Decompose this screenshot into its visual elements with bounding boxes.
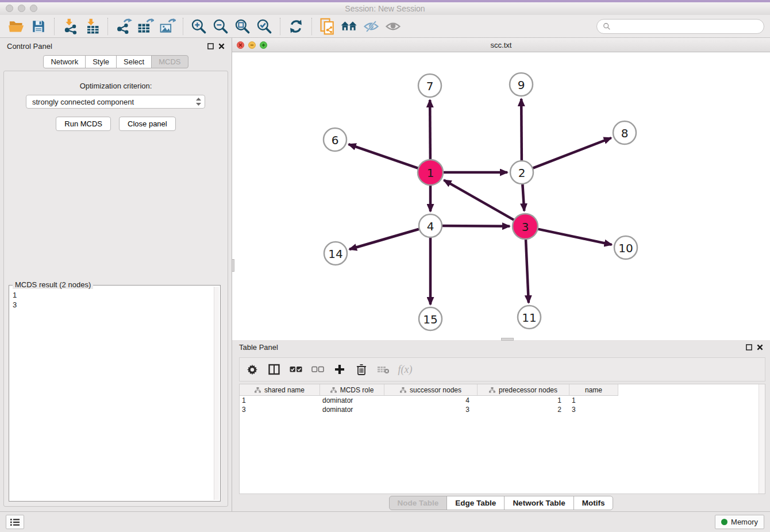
import-network-button[interactable] (59, 17, 81, 36)
eye-slash-icon (363, 19, 380, 34)
table-panel-header: Table Panel (232, 339, 770, 355)
maximize-window-button[interactable] (30, 5, 37, 12)
close-panel-icon[interactable] (218, 43, 225, 49)
export-table-button[interactable] (134, 17, 156, 36)
search-input[interactable] (614, 22, 758, 30)
graph-edge-3-10[interactable] (537, 229, 612, 245)
table-panel: Table Panel (232, 339, 770, 511)
bottom-splitter-handle[interactable] (501, 338, 514, 341)
show-panels-button[interactable] (382, 17, 404, 36)
zoom-out-button[interactable] (210, 17, 232, 36)
zoom-selected-button[interactable] (253, 17, 275, 36)
graph-edge-3-11[interactable] (526, 238, 529, 303)
memory-label: Memory (731, 518, 758, 526)
network-minimize-button[interactable] (248, 41, 256, 49)
graph-edge-2-9[interactable] (521, 99, 522, 162)
network-close-button[interactable] (237, 41, 244, 49)
memory-button[interactable]: Memory (715, 515, 764, 529)
close-panel-icon[interactable] (757, 344, 763, 350)
table-row[interactable]: 3dominator323 (240, 405, 765, 414)
column-header[interactable]: name (569, 384, 618, 396)
column-header-label: successor nodes (410, 386, 461, 394)
import-table-icon (83, 18, 101, 35)
graph-edge-1-6[interactable] (349, 144, 419, 168)
import-table-button[interactable] (81, 17, 103, 36)
table-header-row: shared nameMCDS rolesuccessor nodesprede… (240, 384, 765, 396)
hide-panels-button[interactable] (360, 17, 382, 36)
new-network-from-selection-button[interactable] (113, 17, 134, 36)
tab-network[interactable]: Network (43, 55, 86, 68)
application-window: Session: New Session (0, 0, 770, 532)
graph-edge-4-3[interactable] (441, 226, 510, 226)
column-header[interactable]: MCDS role (320, 384, 384, 396)
column-header[interactable]: shared name (240, 384, 320, 396)
control-panel: Control Panel Network Style Select MCDS … (0, 38, 232, 511)
save-session-button[interactable] (28, 17, 49, 36)
minus-glyph-icon (250, 43, 254, 47)
zoom-fit-button[interactable] (232, 17, 253, 36)
network-graph[interactable]: 7968124314101511 (232, 52, 769, 338)
result-scrollbar[interactable] (214, 287, 219, 500)
mcds-result-list: 13 (13, 290, 213, 500)
window-titlebar: Session: New Session (0, 2, 770, 15)
column-type-icon (489, 387, 495, 393)
toolbar-separator (107, 18, 108, 35)
graph-edge-4-14[interactable] (349, 229, 421, 249)
network-canvas[interactable]: 7968124314101511 (232, 52, 770, 340)
graph-node-label: 10 (618, 241, 633, 255)
open-folder-icon (8, 19, 25, 34)
minimize-window-button[interactable] (18, 5, 25, 12)
graph-edge-2-3[interactable] (522, 183, 524, 211)
table-row[interactable]: 1dominator411 (240, 396, 765, 405)
export-image-button[interactable] (156, 17, 178, 36)
graph-edge-1-7[interactable] (430, 100, 430, 161)
panel-splitter-handle[interactable] (232, 259, 234, 272)
column-view-button[interactable] (267, 363, 281, 376)
tab-style[interactable]: Style (85, 55, 117, 68)
open-session-button[interactable] (6, 17, 28, 36)
right-side: scc.txt 7968124314101511 (232, 38, 770, 511)
zoom-out-icon (212, 18, 229, 35)
tab-select[interactable]: Select (116, 55, 152, 68)
refresh-network-button[interactable] (285, 17, 307, 36)
float-panel-icon[interactable] (746, 344, 752, 350)
network-maximize-button[interactable] (260, 41, 267, 49)
close-window-button[interactable] (6, 5, 13, 12)
graph-edge-3-1[interactable] (444, 180, 515, 221)
run-mcds-button[interactable]: Run MCDS (56, 117, 111, 131)
zoom-fit-icon (234, 18, 251, 35)
clone-network-icon (319, 18, 336, 35)
float-panel-icon[interactable] (207, 43, 214, 49)
table-cell: dominator (320, 406, 384, 414)
list-icon (10, 518, 20, 526)
table-panel-title: Table Panel (239, 343, 278, 352)
tab-network-table[interactable]: Network Table (504, 496, 573, 510)
tab-motifs[interactable]: Motifs (573, 496, 614, 510)
column-header[interactable]: successor nodes (384, 384, 478, 396)
select-all-columns-button[interactable] (289, 363, 303, 376)
table-scrollbar[interactable] (759, 384, 765, 494)
create-column-button[interactable] (333, 363, 346, 376)
tab-mcds[interactable]: MCDS (151, 55, 188, 68)
column-header-label: name (585, 386, 602, 394)
function-builder-button[interactable]: f(x) (398, 363, 412, 376)
graph-edge-2-8[interactable] (532, 138, 611, 169)
table-cell: 1 (240, 396, 320, 404)
clone-network-button[interactable] (317, 17, 338, 36)
deselect-all-columns-button[interactable] (311, 363, 325, 376)
gear-icon (247, 364, 258, 375)
delete-table-button[interactable] (376, 363, 390, 376)
close-panel-button[interactable]: Close panel (119, 117, 176, 131)
delete-column-button[interactable] (355, 363, 368, 376)
toolbar-separator (280, 18, 280, 35)
optimization-criterion-select[interactable]: strongly connected component (26, 95, 205, 109)
table-settings-button[interactable] (245, 363, 259, 376)
column-header[interactable]: predecessor nodes (478, 384, 569, 396)
tab-edge-table[interactable]: Edge Table (446, 496, 505, 510)
tab-node-table[interactable]: Node Table (389, 496, 448, 510)
search-box[interactable] (596, 19, 764, 34)
network-overview-button[interactable] (338, 17, 360, 36)
show-log-button[interactable] (6, 515, 24, 529)
graph-node-label: 8 (621, 126, 629, 140)
zoom-in-button[interactable] (188, 17, 210, 36)
